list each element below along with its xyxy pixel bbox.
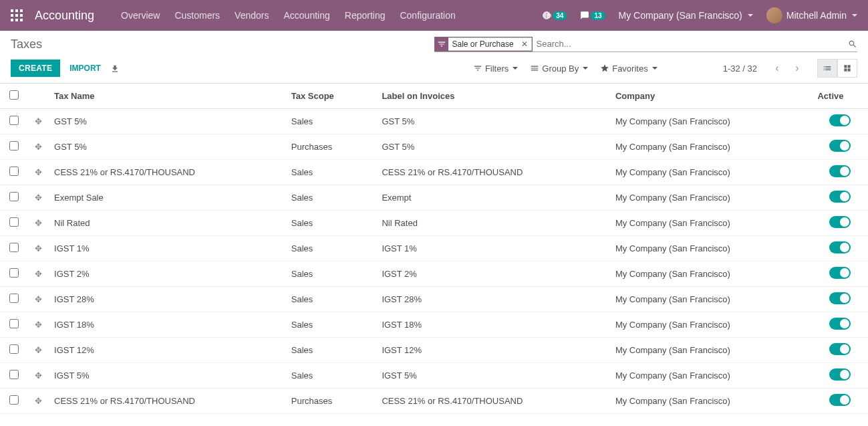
cell-tax-name: IGST 12% [49,338,286,363]
view-kanban-button[interactable] [837,59,857,78]
table-row[interactable]: ✥ IGST 1% Sales IGST 1% My Company (San … [0,236,868,261]
groupby-button[interactable]: Group By [530,64,588,74]
cell-company: My Company (San Francisco) [610,389,813,414]
company-selector[interactable]: My Company (San Francisco) [619,10,753,21]
table-row[interactable]: ✥ Nil Rated Sales Nil Rated My Company (… [0,211,868,236]
column-tax-name[interactable]: Tax Name [49,84,286,109]
cell-tax-scope: Sales [286,211,377,236]
row-checkbox[interactable] [9,395,19,405]
pager-next-icon[interactable]: › [789,60,805,76]
row-checkbox[interactable] [9,370,19,379]
table-row[interactable]: ✥ CESS 21% or RS.4170/THOUSAND Sales CES… [0,160,868,185]
column-label-invoices[interactable]: Label on Invoices [376,84,610,109]
cell-label-invoices: IGST 18% [376,312,610,338]
table-row[interactable]: ✥ GST 5% Purchases GST 5% My Company (Sa… [0,134,868,160]
row-checkbox[interactable] [9,192,19,201]
row-checkbox[interactable] [9,243,19,252]
table-row[interactable]: ✥ CESS 21% or RS.4170/THOUSAND Purchases… [0,389,868,414]
import-button[interactable]: IMPORT [69,64,101,73]
drag-handle-icon[interactable]: ✥ [35,218,42,228]
active-toggle[interactable] [829,216,851,228]
row-checkbox[interactable] [9,268,19,278]
drag-handle-icon[interactable]: ✥ [35,370,42,381]
cell-company: My Company (San Francisco) [610,414,813,417]
favorites-button[interactable]: Favorites [600,64,657,74]
drag-handle-icon[interactable]: ✥ [35,167,42,177]
active-toggle[interactable] [829,241,851,253]
create-button[interactable]: CREATE [11,60,60,77]
active-toggle[interactable] [829,191,851,203]
cell-tax-name: CESS 21% or RS.4170/THOUSAND [49,160,286,185]
search-input[interactable] [533,36,848,51]
table-row[interactable]: ✥ Exempt purchase Purchases Exempt My Co… [0,414,868,417]
list-view: Tax Name Tax Scope Label on Invoices Com… [0,83,868,417]
top-nav: Accounting OverviewCustomersVendorsAccou… [0,0,868,31]
column-company[interactable]: Company [610,84,813,109]
cell-tax-name: IGST 2% [49,261,286,287]
nav-item-overview[interactable]: Overview [121,10,160,21]
facet-remove-icon[interactable]: ✕ [518,37,532,51]
search-icon[interactable] [848,39,857,49]
pager-prev-icon[interactable]: ‹ [769,60,785,76]
cell-company: My Company (San Francisco) [610,338,813,363]
view-list-button[interactable] [817,59,837,78]
table-row[interactable]: ✥ IGST 5% Sales IGST 5% My Company (San … [0,363,868,389]
caret-down-icon [583,67,588,70]
column-tax-scope[interactable]: Tax Scope [286,84,377,109]
active-toggle[interactable] [829,292,851,304]
active-toggle[interactable] [829,394,851,406]
table-row[interactable]: ✥ IGST 2% Sales IGST 2% My Company (San … [0,261,868,287]
nav-item-configuration[interactable]: Configuration [400,10,455,21]
row-checkbox[interactable] [9,116,19,125]
table-row[interactable]: ✥ IGST 12% Sales IGST 12% My Company (Sa… [0,338,868,363]
drag-handle-icon[interactable]: ✥ [35,269,42,279]
search-facet: Sale or Purchase ✕ [434,37,533,51]
active-toggle[interactable] [829,267,851,279]
caret-down-icon [852,14,857,17]
active-toggle[interactable] [829,114,851,126]
table-row[interactable]: ✥ IGST 28% Sales IGST 28% My Company (Sa… [0,287,868,312]
discuss-icon[interactable]: 13 [580,11,605,20]
cell-tax-scope: Sales [286,261,377,287]
active-toggle[interactable] [829,343,851,355]
drag-handle-icon[interactable]: ✥ [35,142,42,152]
row-checkbox[interactable] [9,167,19,176]
cell-company: My Company (San Francisco) [610,134,813,160]
activity-icon[interactable]: ⏱ 34 [542,11,567,20]
drag-handle-icon[interactable]: ✥ [35,243,42,253]
table-row[interactable]: ✥ IGST 18% Sales IGST 18% My Company (Sa… [0,312,868,338]
cell-company: My Company (San Francisco) [610,211,813,236]
active-toggle[interactable] [829,368,851,381]
user-menu[interactable]: Mitchell Admin [766,7,857,23]
nav-item-accounting[interactable]: Accounting [283,10,329,21]
drag-handle-icon[interactable]: ✥ [35,294,42,304]
drag-handle-icon[interactable]: ✥ [35,320,42,330]
drag-handle-icon[interactable]: ✥ [35,396,42,406]
download-icon[interactable] [110,63,120,74]
column-active[interactable]: Active [812,84,868,109]
row-checkbox[interactable] [9,141,19,150]
active-toggle[interactable] [829,165,851,177]
pager-text[interactable]: 1-32 / 32 [723,64,757,74]
table-row[interactable]: ✥ GST 5% Sales GST 5% My Company (San Fr… [0,109,868,134]
active-toggle[interactable] [829,318,851,330]
drag-handle-icon[interactable]: ✥ [35,193,42,203]
table-row[interactable]: ✥ Exempt Sale Sales Exempt My Company (S… [0,185,868,211]
cell-label-invoices: IGST 12% [376,338,610,363]
row-checkbox[interactable] [9,217,19,227]
active-toggle[interactable] [829,140,851,152]
drag-handle-icon[interactable]: ✥ [35,116,42,126]
groupby-label: Group By [542,64,579,74]
select-all-checkbox[interactable] [9,90,19,100]
row-checkbox[interactable] [9,344,19,354]
filters-button[interactable]: Filters [473,64,518,74]
favorites-label: Favorites [612,64,647,74]
nav-item-reporting[interactable]: Reporting [345,10,386,21]
nav-item-vendors[interactable]: Vendors [235,10,269,21]
row-checkbox[interactable] [9,294,19,303]
apps-icon[interactable] [11,9,23,21]
search-bar[interactable]: Sale or Purchase ✕ [434,36,858,52]
drag-handle-icon[interactable]: ✥ [35,345,42,355]
row-checkbox[interactable] [9,319,19,328]
nav-item-customers[interactable]: Customers [174,10,220,21]
